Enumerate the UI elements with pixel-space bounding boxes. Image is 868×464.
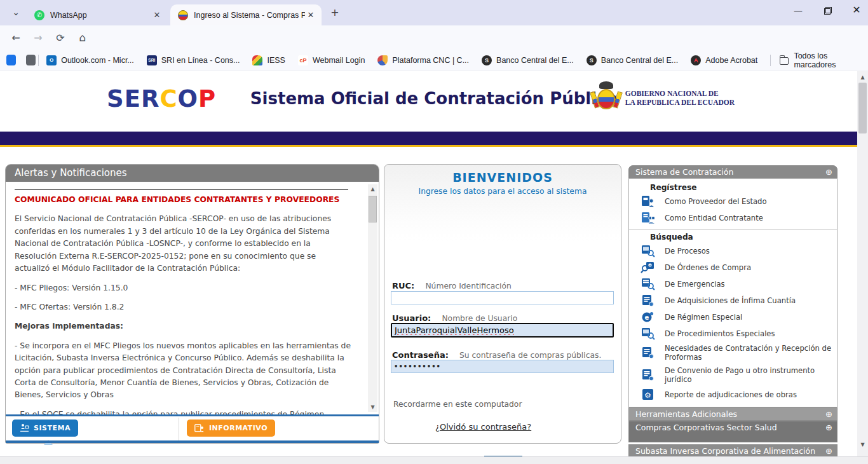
- bookmark-banco-central-1[interactable]: S Banco Central del E...: [482, 55, 574, 65]
- browser-tab-strip: ⌄ ✆ WhatsApp ✕ Ingreso al Sistema - Comp…: [0, 0, 868, 25]
- bookmark-blue-app-icon[interactable]: [6, 55, 16, 65]
- register-section-header: Regístrese: [650, 183, 837, 192]
- outlook-icon: O: [46, 55, 57, 65]
- search-special-regime-icon: e: [641, 311, 656, 324]
- tab-close-icon[interactable]: ✕: [151, 10, 163, 21]
- usuario-input[interactable]: [391, 323, 614, 338]
- payment-agreement-icon: [641, 369, 656, 381]
- expand-plus-icon[interactable]: ⊕: [825, 446, 832, 457]
- contracting-system-panel: Sistema de Contratación ⊕ Regístrese Com…: [628, 165, 837, 464]
- tab-whatsapp[interactable]: ✆ WhatsApp ✕: [27, 4, 168, 25]
- gold-accent-line: [0, 145, 868, 147]
- notice-paragraph: - MFC Ofertas: Versión 1.8.2: [15, 301, 351, 313]
- svg-text:+: +: [649, 263, 651, 267]
- usuario-label: Usuario:: [392, 313, 431, 323]
- new-tab-button[interactable]: +: [328, 6, 342, 20]
- link-convenio-pago[interactable]: De Convenio de Pago u otro instrumento j…: [629, 364, 837, 386]
- link-necesidades-contratacion[interactable]: Necesidades de Contratación y Recepción …: [629, 342, 837, 364]
- tab-sistema[interactable]: SISTEMA: [12, 420, 78, 437]
- scrollbar-thumb[interactable]: [369, 196, 377, 222]
- remember-me-label[interactable]: Recordarme en este computador: [393, 400, 522, 409]
- link-de-procesos[interactable]: De Procesos: [629, 243, 837, 259]
- bookmark-iess[interactable]: IESS: [252, 55, 285, 65]
- search-section-header: Búsqueda: [650, 233, 837, 242]
- reload-icon[interactable]: ⟳: [52, 30, 69, 46]
- government-logo: GOBIERNO NACIONAL DE LA REPUBLICA DEL EC…: [593, 83, 735, 113]
- browser-toolbar: ← → ⟳ ⌂ compraspublicas.gob.ec/ProcesoCo…: [0, 25, 868, 50]
- banco-central-icon: S: [482, 55, 492, 65]
- login-panel: BIENVENIDOS Ingrese los datos para el ac…: [384, 164, 621, 444]
- forward-icon[interactable]: →: [30, 30, 46, 46]
- ecuador-crest-icon: [178, 10, 188, 20]
- link-emergencias[interactable]: De Emergencias: [629, 276, 837, 292]
- bookmark-banco-central-2[interactable]: S Banco Central del E...: [587, 55, 679, 65]
- back-icon[interactable]: ←: [8, 30, 24, 46]
- notice-paragraph: Mejoras implementadas:: [15, 320, 351, 332]
- link-infima-cuantia[interactable]: De Adquisiciones de Ínfima Cuantía: [629, 292, 837, 309]
- notice-paragraph: El Servicio Nacional de Contratación Púb…: [15, 213, 351, 275]
- contracting-panel-header[interactable]: Sistema de Contratación ⊕: [628, 165, 837, 179]
- contrasena-input[interactable]: [391, 360, 614, 373]
- section-herramientas-adicionales[interactable]: Herramientas Adicionales ⊕: [628, 407, 837, 421]
- svg-text:⚙: ⚙: [644, 390, 651, 399]
- bookmark-webmail[interactable]: cP Webmail Login: [298, 55, 365, 65]
- svg-text:e: e: [645, 314, 649, 321]
- bookmark-sri[interactable]: SRI SRI en Línea - Cons...: [147, 55, 240, 65]
- expand-plus-icon[interactable]: ⊕: [825, 409, 832, 419]
- expand-plus-icon[interactable]: ⊕: [825, 167, 832, 177]
- welcome-subtitle: Ingrese los datos para el acceso al sist…: [384, 187, 621, 196]
- ruc-input[interactable]: [391, 291, 614, 304]
- scrollbar-thumb[interactable]: [858, 83, 867, 133]
- link-regimen-especial[interactable]: e De Régimen Especial: [629, 309, 837, 325]
- register-entity-icon: [641, 212, 656, 224]
- tab-title: WhatsApp: [50, 11, 151, 20]
- link-como-proveedor[interactable]: Como Proveedor del Estado: [629, 193, 837, 210]
- expand-plus-icon[interactable]: ⊕: [825, 423, 832, 432]
- alerts-scrollbar[interactable]: ▲ ▼: [368, 184, 377, 412]
- navy-divider-bar: [0, 132, 868, 145]
- forgot-password-link[interactable]: ¿Olvidó su contraseña?: [435, 422, 531, 432]
- ecuador-coat-of-arms-icon: [593, 83, 619, 113]
- section-compras-corporativas-salud[interactable]: Compras Corporativas Sector Salud ⊕: [628, 421, 837, 442]
- bookmark-adobe-acrobat[interactable]: A Adobe Acrobat: [691, 55, 757, 65]
- link-reporte-adjudicaciones[interactable]: ⚙ Reporte de adjudicaciones de obras: [629, 386, 837, 403]
- window-minimize-button[interactable]: —: [792, 4, 804, 17]
- usuario-hint: Nombre de Usuario: [442, 314, 517, 323]
- alerts-footer-tabs: SISTEMA INFORMATIVO CO: [6, 414, 379, 443]
- tab-close-icon[interactable]: ✕: [305, 10, 316, 21]
- site-header: SERCOP Sistema Oficial de Contratación P…: [0, 71, 868, 132]
- tab-informativo[interactable]: INFORMATIVO: [187, 420, 275, 437]
- bookmark-gray-app-icon[interactable]: [26, 55, 36, 65]
- alerts-panel: Alertas y Notificaciones COMUNICADO OFIC…: [5, 164, 379, 444]
- tab-search-chevron-icon[interactable]: ⌄: [6, 5, 25, 20]
- link-procedimientos-especiales[interactable]: De Procedimientos Especiales: [629, 325, 837, 342]
- procurement-needs-icon: [641, 346, 656, 359]
- bookmark-cnc[interactable]: Plataforma CNC | C...: [377, 55, 469, 65]
- whatsapp-icon: ✆: [34, 10, 44, 20]
- all-bookmarks-label[interactable]: Todos los marcadores: [794, 51, 862, 69]
- alerts-scroll-area[interactable]: COMUNICADO OFICIAL PARA ENTIDADES CONTRA…: [6, 182, 379, 415]
- system-icon: [20, 423, 29, 433]
- page-title: Sistema Oficial de Contratación Pública: [0, 89, 868, 108]
- link-ordenes-compra[interactable]: + De Órdenes de Compra: [629, 259, 837, 276]
- ruc-hint: Número Identificación: [425, 282, 511, 290]
- notice-paragraph: - MFC Pliegos: Versión 1.15.0: [15, 282, 351, 294]
- window-close-button[interactable]: ✕: [850, 4, 863, 17]
- scroll-down-icon[interactable]: ▼: [368, 402, 377, 412]
- scroll-up-icon[interactable]: ▲: [857, 72, 868, 83]
- register-provider-icon: [641, 195, 656, 208]
- cnc-icon: [377, 55, 388, 65]
- bottom-strip: [0, 456, 868, 464]
- contrasena-hint: Su contraseña de compras públicas.: [459, 351, 601, 360]
- link-como-entidad[interactable]: Como Entidad Contratante: [629, 210, 837, 226]
- scroll-up-icon[interactable]: ▲: [368, 184, 377, 194]
- scroll-down-icon[interactable]: ▼: [857, 440, 868, 450]
- tab-title: Ingreso al Sistema - Compras Pú: [194, 11, 305, 20]
- tab-ingreso-al-sistema[interactable]: Ingreso al Sistema - Compras Pú ✕: [170, 4, 322, 25]
- ruc-label: RUC:: [392, 281, 414, 290]
- window-restore-button[interactable]: [821, 4, 834, 17]
- iess-hand-icon: [252, 55, 262, 65]
- window-scrollbar[interactable]: ▲ ▼: [857, 71, 868, 459]
- bookmark-outlook[interactable]: O Outlook.com - Micr...: [46, 55, 134, 65]
- home-icon[interactable]: ⌂: [74, 30, 91, 46]
